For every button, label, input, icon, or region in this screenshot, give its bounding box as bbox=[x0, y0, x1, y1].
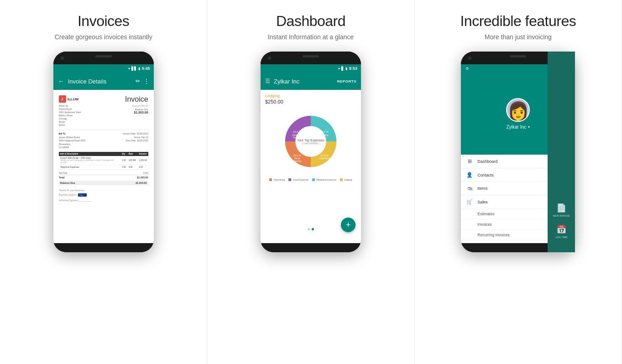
dash-content: Lodging $250.00 bbox=[261, 90, 361, 243]
invoices-panel: Invoices Create gorgeous invoices instan… bbox=[0, 0, 207, 364]
panel-subtitle-invoices: Create gorgeous invoices instantly bbox=[55, 33, 152, 41]
battery-icon-dash: ▮ bbox=[345, 67, 347, 71]
chart-sub: ( Last 6 Months ) bbox=[297, 142, 324, 145]
legend-label-advertising: Advertising bbox=[273, 178, 285, 181]
time-display-dash: 8:53 bbox=[349, 66, 357, 71]
invoice-content: Z ILLUM Zillum IncPatrick Boyd1561 Apple… bbox=[53, 90, 154, 243]
invoice-footer: Thanks for your business. Payment Option… bbox=[59, 189, 148, 202]
phone-dashboard: ▾ ▋ ▮ 8:53 ☰ Zylkar Inc REPORTS Lodging … bbox=[261, 52, 361, 252]
battery-icon: ▮ bbox=[138, 67, 140, 71]
speaker-features bbox=[510, 55, 526, 57]
wifi-icon-dash: ▾ bbox=[338, 67, 340, 71]
payment-options: Payment Options PayPal bbox=[59, 193, 148, 197]
invoice-toolbar: ← Invoice Details ✏ ⋮ bbox=[53, 73, 154, 90]
bill-to-address: Bill To James William Burke 4900 Hopgood… bbox=[59, 132, 86, 150]
invoice-dates: Invoice Date: 03.08.2015 Terms: Net 15 D… bbox=[123, 132, 148, 150]
edit-icon[interactable]: ✏ bbox=[136, 78, 140, 84]
chart-legend: Advertising Travel Expense Telephone Exp… bbox=[265, 178, 356, 181]
dot-1 bbox=[308, 228, 310, 230]
dashboard-icon: ⊞ bbox=[466, 158, 473, 164]
col-rate: Rate bbox=[127, 152, 137, 156]
invoice-table: Item & Description Qty Rate Amount Custo… bbox=[59, 152, 148, 170]
label-teal: 25.0 % bbox=[293, 130, 301, 133]
subtotal-section: Sub Total 1,003 bbox=[59, 172, 148, 175]
page-dots bbox=[308, 228, 314, 230]
legend-item-telephone: Telephone Expense bbox=[312, 178, 336, 181]
company-name-label: Zylkar Inc bbox=[507, 125, 526, 130]
item-amount-2: 3.00 bbox=[137, 165, 148, 169]
company-logo-section: Z ILLUM Zillum IncPatrick Boyd1561 Apple… bbox=[59, 95, 81, 127]
label-orange-sub: Advertising bbox=[319, 157, 330, 160]
col-item: Item & Description bbox=[59, 152, 120, 156]
toolbar-title: Invoice Details bbox=[68, 78, 136, 85]
front-camera-dash bbox=[268, 57, 271, 60]
bill-to-section: Bill To James William Burke 4900 Hopgood… bbox=[59, 132, 148, 150]
divider-1 bbox=[59, 130, 148, 130]
legend-label-lodging: Lodging bbox=[344, 178, 352, 181]
phone-bottom-bar-dash bbox=[261, 243, 361, 252]
app-icon-features: ⚙ bbox=[465, 67, 469, 71]
legend-item-lodging: Lodging bbox=[340, 178, 352, 181]
paypal-logo: PayPal bbox=[78, 193, 87, 197]
speaker-dash bbox=[303, 55, 319, 57]
new-invoice-label: NEW INVOICE bbox=[553, 214, 570, 217]
menu-icon[interactable]: ☰ bbox=[265, 78, 270, 84]
item-desc-2: Telephone Expenses bbox=[59, 165, 120, 169]
dot-2 bbox=[312, 228, 314, 230]
label-yellow-sub: Lodging bbox=[321, 134, 329, 136]
balance-due-row: Balance Due $1,003.00 bbox=[59, 181, 148, 185]
invoice-title-section: Invoice Invoice# INV-30 Balance Due $1,0… bbox=[125, 95, 148, 114]
total-label: Total bbox=[59, 176, 65, 179]
nav-sublabel-recurring: Recurring Invoices bbox=[477, 233, 509, 237]
donut-center: Your Top Expenses ( Last 6 Months ) bbox=[297, 139, 324, 145]
invoice-meta: Invoice# INV-30 bbox=[125, 104, 148, 108]
item-rate-1: 105,996 bbox=[127, 156, 137, 165]
side-peek-new-invoice[interactable]: 📄 NEW INVOICE bbox=[553, 203, 570, 217]
status-icons-dash: ▾ ▋ ▮ bbox=[338, 67, 347, 71]
table-row: Custom Web Design - CMS setupSetting up … bbox=[59, 156, 148, 165]
back-button[interactable]: ← bbox=[58, 78, 64, 85]
total-value: $1,003.00 bbox=[137, 176, 148, 179]
contacts-icon: 👤 bbox=[466, 172, 473, 178]
legend-dot-travel bbox=[288, 178, 291, 181]
label-purple: 25.0 % bbox=[293, 154, 301, 157]
reports-button[interactable]: REPORTS bbox=[337, 79, 356, 83]
lodging-label: Lodging bbox=[265, 94, 356, 98]
zillum-logo: Z ILLUM bbox=[59, 95, 81, 103]
nav-sublabel-estimates: Estimates bbox=[477, 212, 494, 216]
thanks-text: Thanks for your business. bbox=[59, 189, 148, 192]
wifi-icon: ▾ bbox=[128, 67, 130, 71]
front-camera bbox=[61, 57, 64, 60]
status-icons: ▾ ▋▋ ▮ bbox=[128, 67, 140, 71]
more-icon[interactable]: ⋮ bbox=[144, 78, 149, 84]
dash-toolbar: ☰ Zylkar Inc REPORTS bbox=[261, 73, 361, 90]
donut-chart-container: 25.0 % Telephone Expense 25.0 % Lodging … bbox=[265, 107, 356, 176]
balance-due-amount: $1,003.00 bbox=[125, 111, 148, 114]
sales-icon: 🛒 bbox=[466, 199, 473, 205]
invoice-word: Invoice bbox=[125, 95, 148, 104]
dashboard-panel: Dashboard Instant Information at a glanc… bbox=[207, 0, 414, 364]
panel-title-invoices: Invoices bbox=[78, 13, 129, 30]
fab-button[interactable]: + bbox=[341, 218, 355, 232]
side-peek-panel: 📄 NEW INVOICE 📅 LOG TIME bbox=[548, 52, 575, 252]
phone-top-bar bbox=[53, 52, 154, 64]
panel-subtitle-features: More than just invoicing bbox=[485, 33, 552, 41]
logo-box: Z bbox=[59, 95, 66, 103]
user-avatar: 👩 bbox=[506, 98, 530, 122]
label-purple-sub: Travel bbox=[294, 157, 300, 160]
col-amount: Amount bbox=[137, 152, 148, 156]
label-yellow: 25.0 % bbox=[320, 130, 328, 133]
phone-wrapper-features: ⚙ ▾ ▋ ▮ 11:36 🔔 👩 Zylkar Inc bbox=[461, 52, 575, 252]
status-bar-invoices: ▾ ▋▋ ▮ 5:45 bbox=[53, 64, 154, 73]
panel-title-dashboard: Dashboard bbox=[276, 13, 345, 30]
status-bar-dash: ▾ ▋ ▮ 8:53 bbox=[261, 64, 361, 73]
label-purple-sub2: Expense bbox=[293, 160, 302, 162]
side-peek-log-time[interactable]: 📅 LOG TIME bbox=[555, 224, 567, 239]
chart-title: Your Top Expenses bbox=[297, 139, 324, 142]
log-time-label: LOG TIME bbox=[555, 236, 567, 239]
label-orange: 25.0 % bbox=[320, 154, 328, 157]
avatar-image: 👩 bbox=[507, 101, 529, 121]
company-name-row[interactable]: Zylkar Inc ▾ bbox=[507, 125, 530, 130]
total-row: Total $1,003.00 bbox=[59, 175, 148, 180]
time-display: 5:45 bbox=[142, 66, 150, 71]
